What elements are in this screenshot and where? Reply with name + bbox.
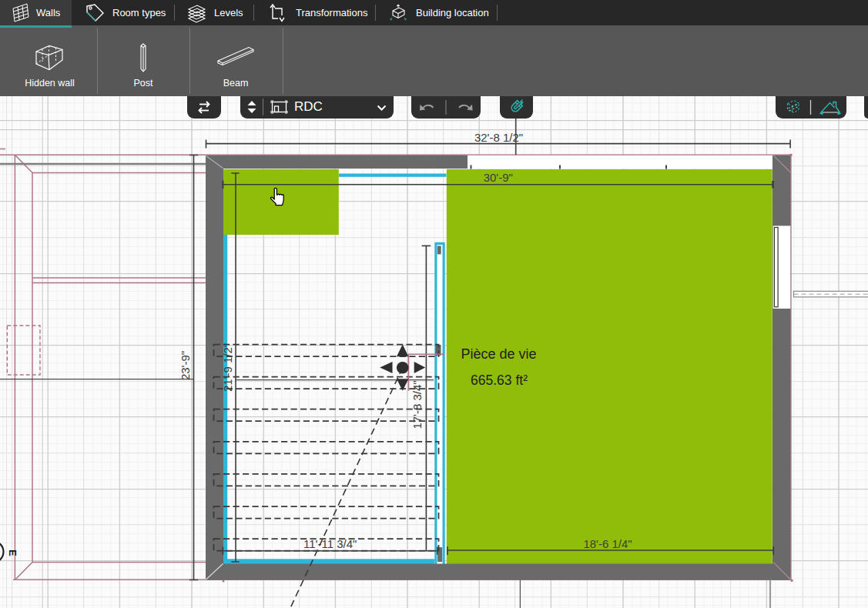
svg-text:E: E: [7, 550, 18, 556]
svg-text:21'-9 1/2": 21'-9 1/2": [221, 343, 234, 392]
svg-text:17'-8 3/4": 17'-8 3/4": [411, 380, 424, 429]
svg-text:30'-9": 30'-9": [484, 171, 513, 184]
svg-text:23'-9": 23'-9": [179, 351, 192, 380]
svg-text:11'-11 3/4": 11'-11 3/4": [303, 537, 357, 550]
svg-text:32'-8 1/2": 32'-8 1/2": [474, 131, 523, 144]
svg-text:Pièce de vie: Pièce de vie: [461, 346, 536, 362]
svg-text:665.63 ft²: 665.63 ft²: [471, 372, 528, 388]
svg-text:18'-6 1/4": 18'-6 1/4": [583, 537, 632, 550]
